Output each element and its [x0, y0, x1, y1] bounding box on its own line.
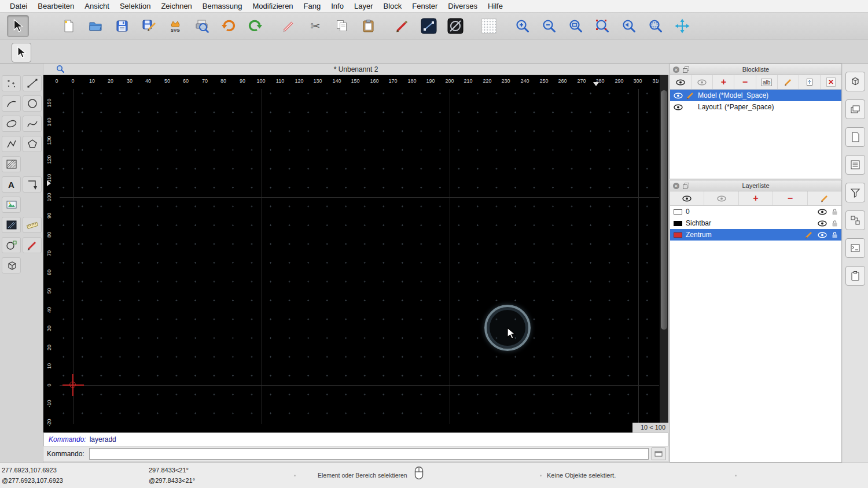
menu-fenster[interactable]: Fenster: [407, 2, 443, 10]
block-list-item[interactable]: Layout1 (*Paper_Space): [670, 101, 841, 113]
snap-grid-button[interactable]: [478, 15, 500, 37]
points-tool-button[interactable]: [2, 75, 21, 91]
menu-datei[interactable]: Datei: [5, 2, 32, 10]
pan-button[interactable]: [671, 15, 693, 37]
show-all-layers-button[interactable]: [670, 191, 704, 205]
add-block-button[interactable]: +: [713, 75, 734, 89]
menu-diverses[interactable]: Diverses: [443, 2, 483, 10]
menu-modifizieren[interactable]: Modifizieren: [248, 2, 299, 10]
select-tool-button[interactable]: [12, 43, 31, 62]
page-view-button[interactable]: [845, 127, 865, 147]
erase-pen-button[interactable]: [278, 15, 300, 37]
new-document-button[interactable]: [58, 15, 80, 37]
list-view-button[interactable]: [845, 155, 865, 175]
edit-block-button[interactable]: [778, 75, 799, 89]
command-input[interactable]: [89, 448, 649, 460]
close-icon[interactable]: ✕: [673, 66, 679, 73]
ellipse-tool-button[interactable]: [2, 116, 21, 132]
drawing-canvas[interactable]: 0 0 10 20 30 40 50 60 70 80 90 100 110 1…: [43, 75, 668, 432]
zoom-auto-button[interactable]: [565, 15, 587, 37]
order-tool-button[interactable]: [23, 176, 42, 193]
layer-list-item[interactable]: Zentrum: [670, 229, 841, 241]
modify-tool-button[interactable]: [2, 237, 21, 253]
add-layer-button[interactable]: +: [739, 191, 773, 205]
save-button[interactable]: [111, 15, 133, 37]
close-icon[interactable]: ✕: [673, 183, 679, 189]
pen-icon[interactable]: [805, 231, 813, 239]
float-icon[interactable]: [683, 183, 689, 189]
line-tool-button[interactable]: [418, 15, 440, 37]
line-tool-button[interactable]: [23, 75, 42, 91]
image-tool-button[interactable]: [2, 197, 21, 213]
undo-button[interactable]: [218, 15, 240, 37]
command-detach-button[interactable]: [652, 448, 665, 460]
solid-tool-button[interactable]: [2, 257, 21, 273]
delete-block-button[interactable]: ✕: [821, 75, 841, 89]
lock-icon[interactable]: [832, 231, 838, 239]
vertical-scrollbar-thumb[interactable]: [661, 90, 667, 330]
zoom-window-button[interactable]: [645, 15, 667, 37]
svg-export-button[interactable]: SVG: [164, 15, 186, 37]
block-view-button[interactable]: [845, 72, 865, 91]
hide-all-layers-button[interactable]: [704, 191, 738, 205]
menu-block[interactable]: Block: [378, 2, 407, 10]
edit-layer-button[interactable]: [808, 191, 841, 205]
menu-selektion[interactable]: Selektion: [115, 2, 156, 10]
save-as-button[interactable]: [138, 15, 160, 37]
remove-block-button[interactable]: −: [734, 75, 756, 89]
eye-icon[interactable]: [818, 220, 827, 227]
draw-pen-button[interactable]: [391, 15, 413, 37]
eye-icon[interactable]: [674, 93, 683, 99]
copy-button[interactable]: [331, 15, 353, 37]
layer-view-button[interactable]: [845, 99, 865, 119]
layer-list-item[interactable]: 0: [670, 206, 841, 217]
lock-icon[interactable]: [832, 208, 838, 216]
pattern-tool-button[interactable]: [2, 217, 21, 233]
zoom-selected-button[interactable]: [591, 15, 613, 37]
menu-ansicht[interactable]: Ansicht: [79, 2, 115, 10]
show-all-blocks-button[interactable]: [670, 75, 692, 89]
vertical-scrollbar[interactable]: [659, 75, 668, 423]
eye-icon[interactable]: [818, 232, 827, 238]
select-arrow-button[interactable]: [7, 15, 29, 37]
paste-button[interactable]: [358, 15, 380, 37]
zoom-out-button[interactable]: [538, 15, 560, 37]
zoom-in-button[interactable]: [512, 15, 534, 37]
float-icon[interactable]: [683, 66, 689, 73]
menu-fang[interactable]: Fang: [299, 2, 326, 10]
polygon-tool-button[interactable]: [23, 136, 42, 152]
measure-tool-button[interactable]: [23, 217, 42, 233]
layer-list-item[interactable]: Sichtbar: [670, 217, 841, 229]
print-preview-button[interactable]: [191, 15, 213, 37]
filter-button[interactable]: [845, 183, 865, 202]
menu-zeichnen[interactable]: Zeichnen: [156, 2, 197, 10]
block-list-item[interactable]: Model (*Model_Space): [670, 90, 841, 101]
insert-block-button[interactable]: [799, 75, 821, 89]
redo-button[interactable]: [244, 15, 266, 37]
circle-tool-button[interactable]: [444, 15, 466, 37]
open-file-button[interactable]: [84, 15, 106, 37]
library-button[interactable]: [845, 210, 865, 230]
lock-icon[interactable]: [832, 220, 838, 227]
zoom-previous-button[interactable]: [618, 15, 640, 37]
hatch-tool-button[interactable]: [2, 156, 21, 172]
spline-tool-button[interactable]: [23, 116, 42, 132]
polyline-tool-button[interactable]: [2, 136, 21, 152]
clipboard-button[interactable]: [845, 266, 865, 286]
text-tool-button[interactable]: A: [2, 176, 21, 193]
menu-bearbeiten[interactable]: Bearbeiten: [32, 2, 79, 10]
menu-hilfe[interactable]: Hilfe: [483, 2, 508, 10]
command-widget-button[interactable]: [845, 238, 865, 258]
hide-all-blocks-button[interactable]: [692, 75, 713, 89]
remove-layer-button[interactable]: −: [773, 191, 807, 205]
snap-pen-tool-button[interactable]: [23, 237, 42, 253]
menu-info[interactable]: Info: [326, 2, 349, 10]
eye-icon[interactable]: [818, 209, 827, 215]
menu-layer[interactable]: Layer: [349, 2, 378, 10]
cut-button[interactable]: ✂: [304, 15, 326, 37]
circle-tool-button[interactable]: [23, 95, 42, 112]
menu-bemassung[interactable]: Bemassung: [197, 2, 248, 10]
arc-tool-button[interactable]: [2, 95, 21, 112]
eye-icon[interactable]: [674, 104, 683, 110]
rename-block-button[interactable]: alb: [756, 75, 778, 89]
